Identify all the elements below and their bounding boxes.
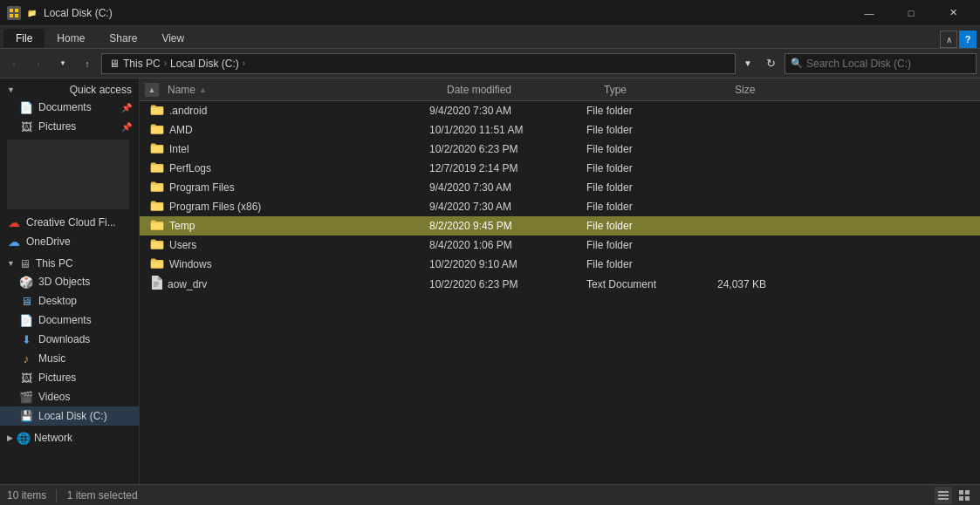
window-title: Local Disk (C:) xyxy=(44,7,113,19)
minimize-button[interactable]: — xyxy=(849,0,889,26)
sidebar-item-3d-objects[interactable]: 🎲 3D Objects xyxy=(0,272,139,291)
onedrive-icon: ☁ xyxy=(7,235,21,249)
file-name-5: Program Files (x86) xyxy=(169,201,261,213)
tab-view[interactable]: View xyxy=(149,29,196,48)
tab-file[interactable]: File xyxy=(3,29,45,48)
file-cell-date-5: 9/4/2020 7:30 AM xyxy=(422,199,579,215)
address-path-this-pc[interactable]: This PC xyxy=(123,58,161,70)
file-row-5[interactable]: Program Files (x86) 9/4/2020 7:30 AM Fil… xyxy=(140,197,980,216)
file-cell-date-1: 10/1/2020 11:51 AM xyxy=(422,122,579,138)
file-cell-size-8 xyxy=(710,263,798,266)
up-button[interactable]: ↑ xyxy=(77,53,98,74)
file-cell-date-0: 9/4/2020 7:30 AM xyxy=(422,103,579,119)
address-home-icon: 🖥 xyxy=(109,58,120,70)
file-row-2[interactable]: Intel 10/2/2020 6:23 PM File folder xyxy=(140,140,980,159)
close-button[interactable]: ✕ xyxy=(933,0,973,26)
pictures3-icon: 🖼 xyxy=(19,371,33,385)
sidebar-item-local-disk[interactable]: 💾 Local Disk (C:) xyxy=(0,406,139,426)
status-divider: │ xyxy=(53,489,60,502)
file-row-3[interactable]: PerfLogs 12/7/2019 2:14 PM File folder xyxy=(140,159,980,178)
file-cell-type-3: File folder xyxy=(579,160,710,176)
title-bar-icons: 📁 xyxy=(7,6,38,20)
file-icon-1 xyxy=(150,123,164,138)
creative-cloud-icon: ☁ xyxy=(7,215,21,229)
col-size-label: Size xyxy=(735,84,755,96)
sidebar-onedrive-label: OneDrive xyxy=(26,235,71,248)
file-cell-size-5 xyxy=(710,205,798,208)
svg-rect-13 xyxy=(965,496,970,501)
file-icon-8 xyxy=(150,257,164,272)
file-row-9[interactable]: aow_drv 10/2/2020 6:23 PM Text Document … xyxy=(140,274,980,294)
file-cell-type-7: File folder xyxy=(579,237,710,253)
sidebar-3d-objects-label: 3D Objects xyxy=(38,276,90,288)
file-row-4[interactable]: Program Files 9/4/2020 7:30 AM File fold… xyxy=(140,178,980,197)
file-cell-date-8: 10/2/2020 9:10 AM xyxy=(422,256,579,272)
file-row-7[interactable]: Users 8/4/2020 1:06 PM File folder xyxy=(140,235,980,255)
file-cell-name-4: Program Files xyxy=(143,179,422,197)
sidebar-item-documents[interactable]: 📄 Documents 📌 xyxy=(0,98,139,117)
large-icons-view-button[interactable] xyxy=(956,487,973,504)
forward-button[interactable]: › xyxy=(28,53,49,74)
this-pc-icon: 🖥 xyxy=(18,256,32,270)
recent-locations-button[interactable]: ▼ xyxy=(52,53,73,74)
sidebar-item-desktop[interactable]: 🖥 Desktop xyxy=(0,291,139,311)
file-row-8[interactable]: Windows 10/2/2020 9:10 AM File folder xyxy=(140,255,980,274)
svg-rect-7 xyxy=(938,491,949,493)
sidebar-item-pictures3[interactable]: 🖼 Pictures xyxy=(0,368,139,387)
ribbon-collapse-button[interactable]: ∧ xyxy=(940,31,957,48)
address-dropdown-button[interactable]: ▼ xyxy=(739,53,757,74)
file-row-6[interactable]: Temp 8/2/2020 9:45 PM File folder xyxy=(140,216,980,235)
file-row-0[interactable]: .android 9/4/2020 7:30 AM File folder xyxy=(140,101,980,120)
sidebar-pictures3-label: Pictures xyxy=(38,372,76,384)
network-label: Network xyxy=(34,432,72,444)
address-path-local-disk[interactable]: Local Disk (C:) xyxy=(170,58,239,70)
sidebar-item-videos[interactable]: 🎬 Videos xyxy=(0,387,139,406)
tab-home[interactable]: Home xyxy=(45,29,97,48)
col-header-type[interactable]: Type xyxy=(597,80,728,99)
sidebar-item-pictures[interactable]: 🖼 Pictures 📌 xyxy=(0,117,139,136)
svg-rect-11 xyxy=(965,490,970,495)
sidebar-item-music[interactable]: ♪ Music xyxy=(0,349,139,368)
col-type-label: Type xyxy=(604,84,627,96)
sidebar-videos-label: Videos xyxy=(38,391,70,403)
svg-rect-0 xyxy=(10,9,13,12)
maximize-button[interactable]: □ xyxy=(891,0,931,26)
toolbar-icon1[interactable]: 📁 xyxy=(24,6,38,20)
svg-rect-9 xyxy=(938,498,949,500)
3d-objects-icon: 🎲 xyxy=(19,275,33,289)
col-header-date[interactable]: Date modified xyxy=(440,80,597,99)
address-path[interactable]: 🖥 This PC › Local Disk (C:) › xyxy=(101,53,736,74)
col-header-size[interactable]: Size xyxy=(728,80,815,99)
file-name-7: Users xyxy=(169,239,196,251)
file-cell-name-6: Temp xyxy=(143,217,422,235)
header-scroll-up[interactable]: ▲ xyxy=(145,83,159,97)
file-row-1[interactable]: AMD 10/1/2020 11:51 AM File folder xyxy=(140,120,980,140)
refresh-button[interactable]: ↻ xyxy=(760,53,781,74)
help-button[interactable]: ? xyxy=(959,31,977,48)
quick-access-header[interactable]: ▼ Quick access xyxy=(0,82,139,98)
sidebar-this-pc-header[interactable]: ▼ 🖥 This PC xyxy=(0,251,139,272)
sidebar-network-header[interactable]: ▶ 🌐 Network xyxy=(0,426,139,447)
file-cell-type-2: File folder xyxy=(579,141,710,157)
file-name-0: .android xyxy=(169,105,207,117)
sidebar-item-downloads[interactable]: ⬇ Downloads xyxy=(0,330,139,349)
file-cell-name-3: PerfLogs xyxy=(143,160,422,178)
col-header-name[interactable]: Name ▲ xyxy=(161,80,440,99)
search-box[interactable]: 🔍 xyxy=(785,53,977,74)
search-input[interactable] xyxy=(806,58,970,70)
search-icon: 🔍 xyxy=(791,58,803,69)
sidebar-item-creative-cloud[interactable]: ☁ Creative Cloud Fi... xyxy=(0,213,139,232)
view-controls xyxy=(935,487,973,504)
sidebar-item-onedrive[interactable]: ☁ OneDrive xyxy=(0,232,139,251)
sidebar-music-label: Music xyxy=(38,352,65,365)
file-cell-name-7: Users xyxy=(143,236,422,255)
sidebar-local-disk-label: Local Disk (C:) xyxy=(38,410,107,422)
pin-icon-pictures: 📌 xyxy=(121,122,132,132)
address-sep2: › xyxy=(243,58,245,68)
back-button[interactable]: ‹ xyxy=(3,53,24,74)
file-icon-3 xyxy=(150,161,164,176)
sidebar-item-documents2[interactable]: 📄 Documents xyxy=(0,311,139,330)
tab-share[interactable]: Share xyxy=(97,29,149,48)
sidebar: ▼ Quick access 📄 Documents 📌 🖼 Pictures … xyxy=(0,78,140,484)
details-view-button[interactable] xyxy=(935,487,952,504)
